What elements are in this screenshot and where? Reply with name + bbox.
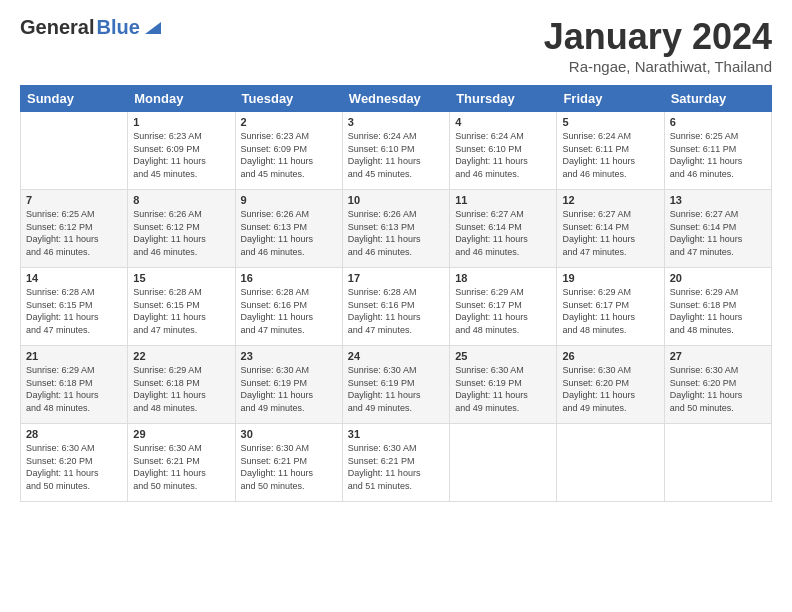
day-number: 14 [26,272,122,284]
day-number: 19 [562,272,658,284]
week-row-3: 14Sunrise: 6:28 AM Sunset: 6:15 PM Dayli… [21,268,772,346]
calendar-cell: 22Sunrise: 6:29 AM Sunset: 6:18 PM Dayli… [128,346,235,424]
calendar-cell: 17Sunrise: 6:28 AM Sunset: 6:16 PM Dayli… [342,268,449,346]
day-number: 2 [241,116,337,128]
calendar-cell: 6Sunrise: 6:25 AM Sunset: 6:11 PM Daylig… [664,112,771,190]
column-header-sunday: Sunday [21,86,128,112]
calendar-cell: 29Sunrise: 6:30 AM Sunset: 6:21 PM Dayli… [128,424,235,502]
calendar-cell [450,424,557,502]
calendar-cell: 2Sunrise: 6:23 AM Sunset: 6:09 PM Daylig… [235,112,342,190]
day-number: 12 [562,194,658,206]
day-number: 8 [133,194,229,206]
calendar-cell: 30Sunrise: 6:30 AM Sunset: 6:21 PM Dayli… [235,424,342,502]
day-info: Sunrise: 6:30 AM Sunset: 6:20 PM Dayligh… [562,364,658,414]
day-number: 18 [455,272,551,284]
calendar-cell: 1Sunrise: 6:23 AM Sunset: 6:09 PM Daylig… [128,112,235,190]
calendar-cell: 4Sunrise: 6:24 AM Sunset: 6:10 PM Daylig… [450,112,557,190]
day-info: Sunrise: 6:25 AM Sunset: 6:12 PM Dayligh… [26,208,122,258]
day-number: 30 [241,428,337,440]
day-info: Sunrise: 6:27 AM Sunset: 6:14 PM Dayligh… [455,208,551,258]
column-header-wednesday: Wednesday [342,86,449,112]
day-info: Sunrise: 6:24 AM Sunset: 6:11 PM Dayligh… [562,130,658,180]
day-info: Sunrise: 6:30 AM Sunset: 6:20 PM Dayligh… [26,442,122,492]
day-info: Sunrise: 6:30 AM Sunset: 6:19 PM Dayligh… [455,364,551,414]
day-info: Sunrise: 6:28 AM Sunset: 6:16 PM Dayligh… [348,286,444,336]
day-number: 27 [670,350,766,362]
day-info: Sunrise: 6:29 AM Sunset: 6:18 PM Dayligh… [26,364,122,414]
calendar-cell: 18Sunrise: 6:29 AM Sunset: 6:17 PM Dayli… [450,268,557,346]
day-info: Sunrise: 6:26 AM Sunset: 6:13 PM Dayligh… [241,208,337,258]
day-number: 29 [133,428,229,440]
calendar-cell: 8Sunrise: 6:26 AM Sunset: 6:12 PM Daylig… [128,190,235,268]
day-info: Sunrise: 6:24 AM Sunset: 6:10 PM Dayligh… [348,130,444,180]
day-info: Sunrise: 6:23 AM Sunset: 6:09 PM Dayligh… [133,130,229,180]
day-number: 22 [133,350,229,362]
day-info: Sunrise: 6:30 AM Sunset: 6:19 PM Dayligh… [241,364,337,414]
day-number: 26 [562,350,658,362]
logo-arrow-icon [145,18,161,38]
column-header-thursday: Thursday [450,86,557,112]
logo-blue-text: Blue [96,16,139,39]
calendar-cell: 11Sunrise: 6:27 AM Sunset: 6:14 PM Dayli… [450,190,557,268]
page: General Blue January 2024 Ra-ngae, Narat… [0,0,792,512]
day-info: Sunrise: 6:27 AM Sunset: 6:14 PM Dayligh… [670,208,766,258]
logo: General Blue [20,16,161,39]
week-row-2: 7Sunrise: 6:25 AM Sunset: 6:12 PM Daylig… [21,190,772,268]
day-number: 7 [26,194,122,206]
week-row-5: 28Sunrise: 6:30 AM Sunset: 6:20 PM Dayli… [21,424,772,502]
calendar-cell: 5Sunrise: 6:24 AM Sunset: 6:11 PM Daylig… [557,112,664,190]
day-number: 11 [455,194,551,206]
day-info: Sunrise: 6:30 AM Sunset: 6:21 PM Dayligh… [241,442,337,492]
day-number: 24 [348,350,444,362]
calendar-cell: 16Sunrise: 6:28 AM Sunset: 6:16 PM Dayli… [235,268,342,346]
column-header-monday: Monday [128,86,235,112]
calendar-cell [557,424,664,502]
day-info: Sunrise: 6:26 AM Sunset: 6:12 PM Dayligh… [133,208,229,258]
week-row-4: 21Sunrise: 6:29 AM Sunset: 6:18 PM Dayli… [21,346,772,424]
header-row: SundayMondayTuesdayWednesdayThursdayFrid… [21,86,772,112]
day-info: Sunrise: 6:26 AM Sunset: 6:13 PM Dayligh… [348,208,444,258]
calendar-cell: 31Sunrise: 6:30 AM Sunset: 6:21 PM Dayli… [342,424,449,502]
calendar-cell: 20Sunrise: 6:29 AM Sunset: 6:18 PM Dayli… [664,268,771,346]
day-info: Sunrise: 6:25 AM Sunset: 6:11 PM Dayligh… [670,130,766,180]
day-info: Sunrise: 6:29 AM Sunset: 6:18 PM Dayligh… [133,364,229,414]
column-header-saturday: Saturday [664,86,771,112]
day-number: 20 [670,272,766,284]
calendar-cell: 13Sunrise: 6:27 AM Sunset: 6:14 PM Dayli… [664,190,771,268]
day-number: 31 [348,428,444,440]
calendar-cell: 21Sunrise: 6:29 AM Sunset: 6:18 PM Dayli… [21,346,128,424]
day-number: 17 [348,272,444,284]
day-info: Sunrise: 6:28 AM Sunset: 6:15 PM Dayligh… [133,286,229,336]
svg-marker-0 [145,22,161,34]
day-number: 13 [670,194,766,206]
title-section: January 2024 Ra-ngae, Narathiwat, Thaila… [544,16,772,75]
day-number: 21 [26,350,122,362]
calendar-cell: 27Sunrise: 6:30 AM Sunset: 6:20 PM Dayli… [664,346,771,424]
day-info: Sunrise: 6:28 AM Sunset: 6:15 PM Dayligh… [26,286,122,336]
day-info: Sunrise: 6:29 AM Sunset: 6:17 PM Dayligh… [455,286,551,336]
calendar-cell: 19Sunrise: 6:29 AM Sunset: 6:17 PM Dayli… [557,268,664,346]
calendar-cell: 7Sunrise: 6:25 AM Sunset: 6:12 PM Daylig… [21,190,128,268]
day-number: 4 [455,116,551,128]
calendar-cell: 24Sunrise: 6:30 AM Sunset: 6:19 PM Dayli… [342,346,449,424]
day-info: Sunrise: 6:30 AM Sunset: 6:21 PM Dayligh… [348,442,444,492]
day-number: 10 [348,194,444,206]
day-info: Sunrise: 6:27 AM Sunset: 6:14 PM Dayligh… [562,208,658,258]
calendar-cell: 25Sunrise: 6:30 AM Sunset: 6:19 PM Dayli… [450,346,557,424]
day-info: Sunrise: 6:30 AM Sunset: 6:19 PM Dayligh… [348,364,444,414]
month-title: January 2024 [544,16,772,58]
day-info: Sunrise: 6:29 AM Sunset: 6:18 PM Dayligh… [670,286,766,336]
calendar-cell: 12Sunrise: 6:27 AM Sunset: 6:14 PM Dayli… [557,190,664,268]
day-info: Sunrise: 6:30 AM Sunset: 6:20 PM Dayligh… [670,364,766,414]
calendar-cell [664,424,771,502]
day-number: 28 [26,428,122,440]
week-row-1: 1Sunrise: 6:23 AM Sunset: 6:09 PM Daylig… [21,112,772,190]
calendar-cell: 10Sunrise: 6:26 AM Sunset: 6:13 PM Dayli… [342,190,449,268]
day-info: Sunrise: 6:23 AM Sunset: 6:09 PM Dayligh… [241,130,337,180]
day-number: 6 [670,116,766,128]
day-number: 1 [133,116,229,128]
day-number: 9 [241,194,337,206]
day-number: 15 [133,272,229,284]
location: Ra-ngae, Narathiwat, Thailand [544,58,772,75]
day-number: 16 [241,272,337,284]
